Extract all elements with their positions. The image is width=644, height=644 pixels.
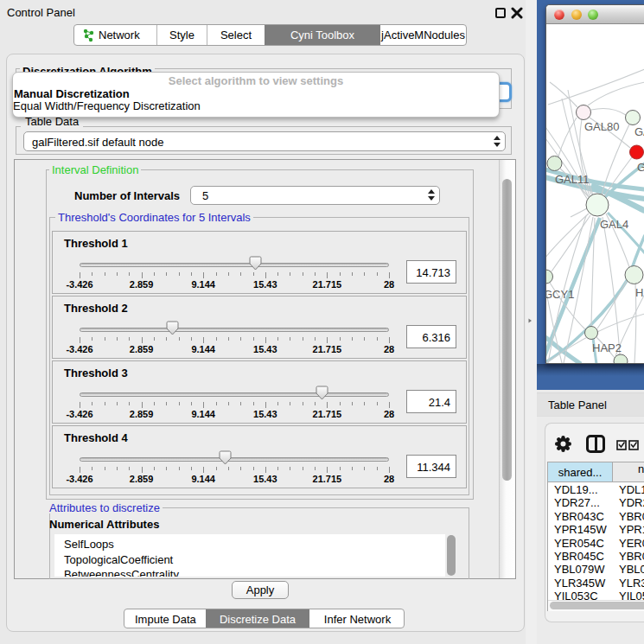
- svg-text:GAL3: GAL3: [634, 125, 644, 138]
- svg-text:GAL80: GAL80: [584, 120, 619, 133]
- svg-text:HAP2: HAP2: [592, 341, 622, 354]
- svg-text:GAL4: GAL4: [600, 218, 628, 231]
- svg-text:GAL2: GAL2: [637, 161, 644, 174]
- svg-text:GCY1: GCY1: [546, 288, 574, 301]
- svg-text:HIS4: HIS4: [635, 286, 644, 299]
- svg-text:GAL11: GAL11: [555, 173, 590, 186]
